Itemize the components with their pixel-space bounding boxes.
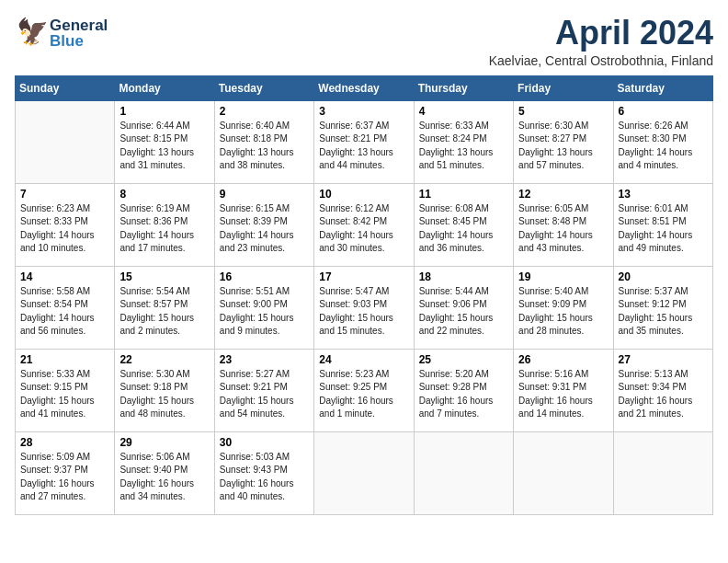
day-number: 20 bbox=[619, 270, 708, 283]
weekday-header: Thursday bbox=[414, 75, 513, 100]
day-info: Sunrise: 6:30 AM Sunset: 8:27 PM Dayligh… bbox=[518, 120, 608, 173]
weekday-header: Wednesday bbox=[314, 75, 414, 100]
day-number: 22 bbox=[119, 353, 209, 366]
weekday-header: Monday bbox=[115, 75, 214, 100]
calendar-cell: 1Sunrise: 6:44 AM Sunset: 8:15 PM Daylig… bbox=[115, 100, 214, 183]
day-info: Sunrise: 5:33 AM Sunset: 9:15 PM Dayligh… bbox=[20, 368, 109, 421]
day-number: 3 bbox=[319, 105, 408, 118]
day-info: Sunrise: 6:12 AM Sunset: 8:42 PM Dayligh… bbox=[319, 202, 408, 256]
day-info: Sunrise: 5:58 AM Sunset: 8:54 PM Dayligh… bbox=[20, 285, 109, 339]
day-info: Sunrise: 5:23 AM Sunset: 9:25 PM Dayligh… bbox=[319, 368, 408, 421]
day-info: Sunrise: 5:30 AM Sunset: 9:18 PM Dayligh… bbox=[119, 368, 209, 421]
day-info: Sunrise: 6:40 AM Sunset: 8:18 PM Dayligh… bbox=[220, 120, 309, 173]
day-number: 30 bbox=[220, 436, 309, 449]
day-number: 6 bbox=[619, 105, 708, 118]
day-number: 16 bbox=[220, 270, 309, 283]
logo-blue-text: Blue bbox=[50, 33, 108, 49]
day-number: 25 bbox=[419, 353, 508, 366]
title-block: April 2024 Kaelviae, Central Ostrobothni… bbox=[489, 15, 713, 68]
day-number: 18 bbox=[419, 270, 508, 283]
calendar-cell: 6Sunrise: 6:26 AM Sunset: 8:30 PM Daylig… bbox=[613, 100, 712, 183]
calendar-cell bbox=[414, 431, 513, 514]
calendar-cell bbox=[16, 100, 115, 183]
logo-name: General Blue bbox=[50, 17, 108, 49]
day-info: Sunrise: 6:19 AM Sunset: 8:36 PM Dayligh… bbox=[119, 202, 209, 256]
day-number: 12 bbox=[518, 188, 608, 201]
day-info: Sunrise: 6:33 AM Sunset: 8:24 PM Dayligh… bbox=[419, 120, 508, 173]
calendar-cell: 4Sunrise: 6:33 AM Sunset: 8:24 PM Daylig… bbox=[414, 100, 513, 183]
calendar-cell: 7Sunrise: 6:23 AM Sunset: 8:33 PM Daylig… bbox=[16, 183, 115, 266]
calendar-cell: 27Sunrise: 5:13 AM Sunset: 9:34 PM Dayli… bbox=[613, 349, 712, 431]
day-info: Sunrise: 6:01 AM Sunset: 8:51 PM Dayligh… bbox=[619, 202, 708, 256]
day-info: Sunrise: 6:15 AM Sunset: 8:39 PM Dayligh… bbox=[220, 202, 309, 256]
calendar-cell: 21Sunrise: 5:33 AM Sunset: 9:15 PM Dayli… bbox=[16, 349, 115, 431]
weekday-header: Friday bbox=[514, 75, 613, 100]
day-number: 1 bbox=[119, 105, 209, 118]
calendar-cell: 15Sunrise: 5:54 AM Sunset: 8:57 PM Dayli… bbox=[115, 266, 214, 349]
day-number: 24 bbox=[319, 353, 408, 366]
day-number: 29 bbox=[119, 436, 209, 449]
calendar-cell: 9Sunrise: 6:15 AM Sunset: 8:39 PM Daylig… bbox=[214, 183, 313, 266]
calendar-cell: 10Sunrise: 6:12 AM Sunset: 8:42 PM Dayli… bbox=[314, 183, 414, 266]
logo-general-text: General bbox=[50, 17, 108, 33]
calendar-cell: 11Sunrise: 6:08 AM Sunset: 8:45 PM Dayli… bbox=[414, 183, 513, 266]
calendar-cell: 24Sunrise: 5:23 AM Sunset: 9:25 PM Dayli… bbox=[314, 349, 414, 431]
weekday-header: Saturday bbox=[613, 75, 712, 100]
day-number: 17 bbox=[319, 270, 408, 283]
day-info: Sunrise: 6:26 AM Sunset: 8:30 PM Dayligh… bbox=[619, 120, 708, 173]
day-info: Sunrise: 5:16 AM Sunset: 9:31 PM Dayligh… bbox=[518, 368, 608, 421]
calendar-cell: 25Sunrise: 5:20 AM Sunset: 9:28 PM Dayli… bbox=[414, 349, 513, 431]
day-number: 15 bbox=[119, 270, 209, 283]
calendar-cell bbox=[314, 431, 414, 514]
logo-icon: 🦅 bbox=[15, 15, 48, 52]
day-info: Sunrise: 5:27 AM Sunset: 9:21 PM Dayligh… bbox=[220, 368, 309, 421]
calendar-week-row: 1Sunrise: 6:44 AM Sunset: 8:15 PM Daylig… bbox=[16, 100, 713, 183]
calendar-cell: 14Sunrise: 5:58 AM Sunset: 8:54 PM Dayli… bbox=[16, 266, 115, 349]
calendar-cell: 26Sunrise: 5:16 AM Sunset: 9:31 PM Dayli… bbox=[514, 349, 613, 431]
day-number: 23 bbox=[220, 353, 309, 366]
calendar-cell bbox=[514, 431, 613, 514]
day-info: Sunrise: 5:03 AM Sunset: 9:43 PM Dayligh… bbox=[220, 451, 309, 504]
calendar-cell: 30Sunrise: 5:03 AM Sunset: 9:43 PM Dayli… bbox=[214, 431, 313, 514]
day-info: Sunrise: 6:23 AM Sunset: 8:33 PM Dayligh… bbox=[20, 202, 109, 256]
calendar-cell: 22Sunrise: 5:30 AM Sunset: 9:18 PM Dayli… bbox=[115, 349, 214, 431]
calendar-cell: 29Sunrise: 5:06 AM Sunset: 9:40 PM Dayli… bbox=[115, 431, 214, 514]
calendar-cell: 18Sunrise: 5:44 AM Sunset: 9:06 PM Dayli… bbox=[414, 266, 513, 349]
day-number: 28 bbox=[20, 436, 109, 449]
day-number: 19 bbox=[518, 270, 608, 283]
calendar-table: SundayMondayTuesdayWednesdayThursdayFrid… bbox=[15, 75, 713, 515]
calendar-week-row: 7Sunrise: 6:23 AM Sunset: 8:33 PM Daylig… bbox=[16, 183, 713, 266]
day-info: Sunrise: 5:51 AM Sunset: 9:00 PM Dayligh… bbox=[220, 285, 309, 339]
day-info: Sunrise: 5:44 AM Sunset: 9:06 PM Dayligh… bbox=[419, 285, 508, 339]
day-number: 27 bbox=[619, 353, 708, 366]
day-info: Sunrise: 5:40 AM Sunset: 9:09 PM Dayligh… bbox=[518, 285, 608, 339]
day-info: Sunrise: 5:06 AM Sunset: 9:40 PM Dayligh… bbox=[119, 451, 209, 504]
day-info: Sunrise: 5:37 AM Sunset: 9:12 PM Dayligh… bbox=[619, 285, 708, 339]
day-number: 7 bbox=[20, 188, 109, 201]
day-number: 2 bbox=[220, 105, 309, 118]
calendar-cell: 17Sunrise: 5:47 AM Sunset: 9:03 PM Dayli… bbox=[314, 266, 414, 349]
calendar-week-row: 28Sunrise: 5:09 AM Sunset: 9:37 PM Dayli… bbox=[16, 431, 713, 514]
weekday-header: Tuesday bbox=[214, 75, 313, 100]
page-header: 🦅 General Blue April 2024 Kaelviae, Cent… bbox=[15, 15, 713, 68]
calendar-cell: 28Sunrise: 5:09 AM Sunset: 9:37 PM Dayli… bbox=[16, 431, 115, 514]
day-number: 26 bbox=[518, 353, 608, 366]
day-info: Sunrise: 6:05 AM Sunset: 8:48 PM Dayligh… bbox=[518, 202, 608, 256]
calendar-cell: 12Sunrise: 6:05 AM Sunset: 8:48 PM Dayli… bbox=[514, 183, 613, 266]
day-info: Sunrise: 5:13 AM Sunset: 9:34 PM Dayligh… bbox=[619, 368, 708, 421]
day-number: 10 bbox=[319, 188, 408, 201]
calendar-cell: 23Sunrise: 5:27 AM Sunset: 9:21 PM Dayli… bbox=[214, 349, 313, 431]
day-info: Sunrise: 5:54 AM Sunset: 8:57 PM Dayligh… bbox=[119, 285, 209, 339]
calendar-cell: 13Sunrise: 6:01 AM Sunset: 8:51 PM Dayli… bbox=[613, 183, 712, 266]
calendar-cell bbox=[613, 431, 712, 514]
day-number: 13 bbox=[619, 188, 708, 201]
calendar-cell: 5Sunrise: 6:30 AM Sunset: 8:27 PM Daylig… bbox=[514, 100, 613, 183]
weekday-header: Sunday bbox=[16, 75, 115, 100]
calendar-cell: 20Sunrise: 5:37 AM Sunset: 9:12 PM Dayli… bbox=[613, 266, 712, 349]
day-number: 9 bbox=[220, 188, 309, 201]
day-number: 4 bbox=[419, 105, 508, 118]
calendar-cell: 2Sunrise: 6:40 AM Sunset: 8:18 PM Daylig… bbox=[214, 100, 313, 183]
calendar-cell: 19Sunrise: 5:40 AM Sunset: 9:09 PM Dayli… bbox=[514, 266, 613, 349]
svg-text:🦅: 🦅 bbox=[17, 17, 48, 47]
calendar-week-row: 14Sunrise: 5:58 AM Sunset: 8:54 PM Dayli… bbox=[16, 266, 713, 349]
